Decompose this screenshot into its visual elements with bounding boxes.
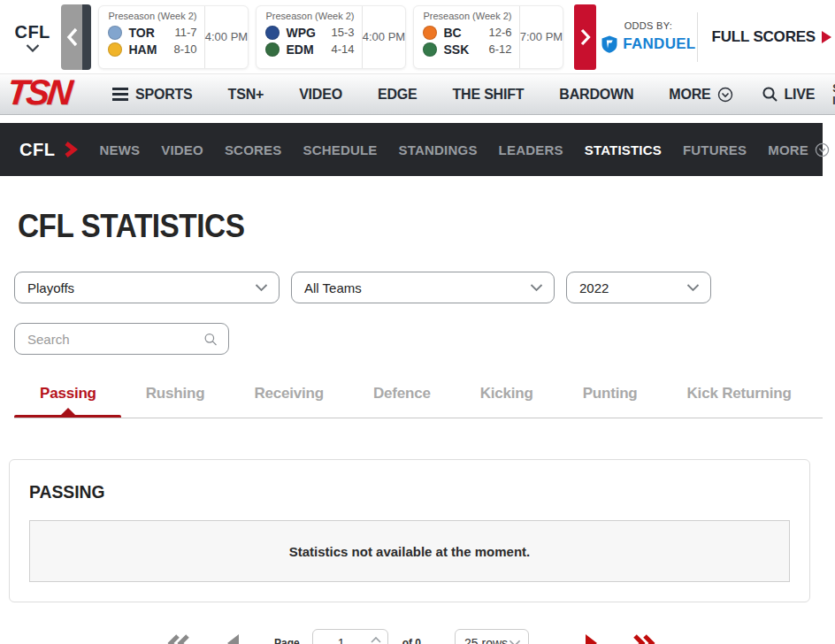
fanduel-link[interactable]: FANDUEL <box>601 35 695 53</box>
team-abbr: SSK <box>443 42 469 57</box>
away-team-row: WPG 15-3 <box>265 26 354 40</box>
nav-item-sports[interactable]: SPORTS <box>103 87 202 103</box>
game-card[interactable]: Preseason (Week 2) TOR 11-7 HAM 8-10 4:0… <box>98 5 249 69</box>
full-scores-label: FULL SCORES <box>712 28 816 46</box>
nav-item-label: VIDEO <box>299 87 342 103</box>
odds-by-label: ODDS BY: <box>624 20 672 31</box>
game-info: Preseason (Week 2) TOR 11-7 HAM 8-10 <box>99 6 203 68</box>
next-page-button[interactable] <box>586 634 597 644</box>
game-time: 7:00 PM <box>519 6 563 68</box>
nav-item-bardown[interactable]: BARDOWN <box>550 87 642 103</box>
tab-kick-returning[interactable]: Kick Returning <box>687 385 792 418</box>
nav-item-live[interactable]: LIVE <box>780 87 824 103</box>
tab-rushing[interactable]: Rushing <box>146 385 205 418</box>
nav-item-label: EDGE <box>378 87 418 103</box>
nav-item-label: TSN+ <box>228 87 264 103</box>
subnav-league-label[interactable]: CFL <box>19 140 55 160</box>
pagination-bar: Page of 0 25 rows <box>0 629 823 644</box>
nav-item-more[interactable]: MORE <box>660 87 742 103</box>
team-abbr: EDM <box>286 42 313 57</box>
team-abbr: HAM <box>128 42 157 57</box>
page-number-field <box>312 629 388 644</box>
rows-per-page-value: 25 rows <box>464 636 508 644</box>
tsn-logo[interactable]: TSN <box>3 73 88 116</box>
chevron-right-icon <box>580 28 591 46</box>
scoreboard-scroll-right-button[interactable] <box>574 4 596 70</box>
game-status: Preseason (Week 2) <box>108 11 196 21</box>
game-info: Preseason (Week 2) BC 12-6 SSK 6-12 <box>414 6 518 68</box>
scoreboard-scroll-left-button[interactable] <box>61 4 91 70</box>
search-input[interactable] <box>19 332 203 347</box>
game-card[interactable]: Preseason (Week 2) BC 12-6 SSK 6-12 7:00… <box>413 5 563 69</box>
team-abbr: BC <box>443 26 461 40</box>
search-field[interactable] <box>14 323 229 355</box>
passing-stats-card: PASSING Statistics not available at the … <box>9 459 810 602</box>
league-dropdown-label: CFL <box>14 22 50 42</box>
subnav-item-leaders[interactable]: LEADERS <box>488 142 574 157</box>
team-logo-wpg <box>265 26 280 40</box>
nav-item-label: LIVE <box>784 87 815 103</box>
tab-passing[interactable]: Passing <box>40 385 96 418</box>
nav-item-video[interactable]: VIDEO <box>290 87 351 103</box>
more-circle-chevron-icon <box>815 142 830 157</box>
fanduel-label: FANDUEL <box>623 35 695 53</box>
odds-section: ODDS BY: FANDUEL <box>600 20 697 53</box>
team-record: 11-7 <box>174 26 196 39</box>
page-stepper[interactable] <box>370 636 382 644</box>
nav-item-edge[interactable]: EDGE <box>369 87 426 103</box>
cfl-sub-nav: CFL NEWS VIDEO SCORES SCHEDULE STANDINGS… <box>0 123 823 176</box>
more-circle-chevron-icon <box>717 87 733 103</box>
team-select[interactable]: All Teams <box>291 272 555 303</box>
year-select[interactable]: 2022 <box>566 272 711 303</box>
previous-page-button[interactable] <box>227 634 239 644</box>
empty-state-message: Statistics not available at the moment. <box>289 544 531 559</box>
rows-per-page-select[interactable]: 25 rows <box>455 629 529 644</box>
tab-receiving[interactable]: Receiving <box>254 385 324 418</box>
full-scores-link[interactable]: FULL SCORES <box>698 28 835 46</box>
home-team-row: HAM 8-10 <box>108 42 196 57</box>
page-count-label: of 0 <box>402 637 421 644</box>
stat-category-tabs: Passing Rushing Receiving Defence Kickin… <box>14 385 823 418</box>
empty-state-box: Statistics not available at the moment. <box>29 520 790 582</box>
spacer <box>0 115 835 123</box>
search-icon <box>203 330 218 349</box>
subnav-item-statistics[interactable]: STATISTICS <box>574 142 672 157</box>
game-time: 4:00 PM <box>362 6 406 68</box>
chevron-down-icon <box>509 640 521 644</box>
tab-kicking[interactable]: Kicking <box>480 385 533 418</box>
nav-search-button[interactable] <box>753 86 780 103</box>
last-page-button[interactable] <box>632 634 655 644</box>
subnav-item-video[interactable]: VIDEO <box>150 142 214 157</box>
nav-item-tsn-plus[interactable]: TSN+ <box>219 87 273 103</box>
game-card[interactable]: Preseason (Week 2) WPG 15-3 EDM 4-14 4:0… <box>256 5 406 69</box>
subnav-item-scores[interactable]: SCORES <box>214 142 293 157</box>
triangle-left-icon <box>227 634 239 644</box>
chevron-down-icon <box>530 284 543 292</box>
chevron-down-icon <box>26 44 40 52</box>
season-type-value: Playoffs <box>27 280 74 295</box>
subnav-item-futures[interactable]: FUTURES <box>672 142 757 157</box>
page-number-input[interactable] <box>313 636 370 644</box>
filter-row: Playoffs All Teams 2022 <box>14 272 823 303</box>
tab-defence[interactable]: Defence <box>373 385 431 418</box>
nav-item-the-shift[interactable]: THE SHIFT <box>443 87 532 103</box>
subnav-item-standings[interactable]: STANDINGS <box>388 142 488 157</box>
subnav-item-more[interactable]: MORE <box>757 142 835 157</box>
card-title: PASSING <box>29 481 729 502</box>
team-record: 15-3 <box>332 26 355 39</box>
season-type-select[interactable]: Playoffs <box>14 272 280 303</box>
team-logo-ssk <box>423 42 437 57</box>
game-info: Preseason (Week 2) WPG 15-3 EDM 4-14 <box>257 6 361 68</box>
fanduel-logo-icon <box>601 35 618 53</box>
team-record: 6-12 <box>489 42 512 56</box>
first-page-button[interactable] <box>167 634 190 644</box>
home-team-row: EDM 4-14 <box>265 42 354 57</box>
subnav-item-label: MORE <box>768 142 808 157</box>
triangle-right-icon <box>586 634 597 644</box>
tab-punting[interactable]: Punting <box>583 385 638 418</box>
league-dropdown[interactable]: CFL <box>4 22 61 52</box>
subnav-item-schedule[interactable]: SCHEDULE <box>292 142 387 157</box>
chevron-down-icon <box>686 284 700 292</box>
chevron-down-icon <box>255 284 268 292</box>
subnav-item-news[interactable]: NEWS <box>88 142 150 157</box>
